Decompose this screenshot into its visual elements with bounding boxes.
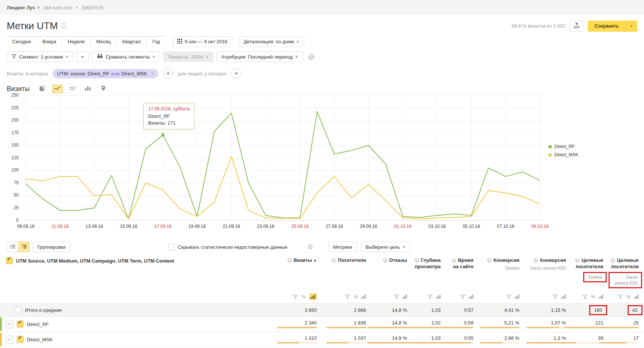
line-chart[interactable]: 0255075100125150175200225250 09.09.1611.…	[0, 95, 644, 233]
metrics-button[interactable]: Метрики	[328, 242, 357, 252]
help-icon[interactable]: ?	[287, 258, 292, 263]
line-chart-button[interactable]	[52, 85, 63, 93]
column-label: Целевые посетители	[576, 257, 603, 269]
groupings-button[interactable]: Группировки	[32, 242, 71, 252]
bars-mode-icon[interactable]	[515, 295, 519, 299]
detail-label: Детализация: по дням	[244, 39, 294, 44]
settings-gear-icon[interactable]: ⚙	[307, 243, 313, 251]
accuracy-button[interactable]: Точность: 100% ∨	[163, 51, 213, 62]
filter-funnel-icon[interactable]	[506, 295, 511, 299]
bars-mode-icon[interactable]	[436, 295, 441, 299]
column-header[interactable]: ?Отказы	[371, 257, 412, 264]
y-tick-label: 150	[11, 142, 19, 148]
clear-segment-button[interactable]: ×	[76, 51, 89, 62]
bars-mode-icon[interactable]	[562, 295, 566, 299]
row-checkbox[interactable]: ✓	[17, 336, 24, 343]
table-section: Группировки Скрывать статистически недос…	[0, 242, 644, 347]
add-people-condition-button[interactable]: +	[231, 68, 241, 79]
filter-funnel-icon[interactable]	[618, 295, 623, 299]
save-split-button: Сохранить ∨	[588, 21, 637, 32]
expand-button[interactable]: +	[6, 336, 13, 344]
bars-mode-icon[interactable]	[634, 295, 639, 299]
period-tab-Месяц[interactable]: Месяц	[91, 37, 117, 47]
pie-chart-button[interactable]	[37, 85, 47, 93]
help-icon[interactable]: ?	[610, 258, 615, 263]
column-header[interactable]: ?Время на сайте	[446, 257, 479, 270]
column-header[interactable]: ?Посетители	[322, 257, 371, 264]
filter-funnel-icon[interactable]	[345, 295, 350, 299]
filter-funnel-icon[interactable]	[428, 295, 432, 299]
column-header[interactable]: ?Глубина просмотра	[412, 257, 446, 270]
period-tab-Неделя[interactable]: Неделя	[62, 37, 91, 47]
period-tab-Сегодня[interactable]: Сегодня	[7, 37, 37, 47]
counter-switcher[interactable]: Лендинг Луч ∨	[7, 5, 40, 10]
row-label[interactable]: Direct_RF	[27, 322, 49, 327]
map-button[interactable]	[98, 85, 109, 93]
bars-mode-icon[interactable]	[599, 295, 603, 299]
expand-button[interactable]: +	[6, 320, 13, 328]
help-icon[interactable]: ?	[487, 258, 492, 263]
period-tab-Вчера[interactable]: Вчера	[37, 37, 62, 47]
grouping-checkbox[interactable]: ✓	[6, 257, 13, 264]
percent-mode-icon[interactable]: %	[354, 294, 358, 300]
column-header[interactable]: ?КонверсияЗаявка	[479, 257, 525, 271]
detail-button[interactable]: Детализация: по дням ∨	[239, 37, 304, 47]
column-header[interactable]: ?КонверсияЗаказ звонка КБК	[525, 257, 571, 271]
series-line-Direct_MSK[interactable]	[26, 157, 540, 219]
save-dropdown-button[interactable]: ∨	[625, 21, 637, 32]
chevron-down-icon: ∨	[297, 40, 299, 44]
help-icon[interactable]: ?	[451, 258, 456, 263]
bars-mode-icon[interactable]	[469, 295, 473, 299]
add-visits-condition-button[interactable]: +	[163, 68, 173, 79]
percent-mode-icon[interactable]: %	[626, 294, 631, 300]
list-view-button[interactable]	[7, 242, 18, 252]
row-checkbox[interactable]: ✓	[17, 321, 24, 327]
area-chart-button[interactable]	[68, 85, 78, 93]
help-icon[interactable]: ?	[383, 258, 388, 263]
map-pin-icon	[101, 85, 106, 93]
row-label[interactable]: Direct_MSK	[27, 337, 53, 342]
tree-view-button[interactable]	[18, 242, 29, 252]
period-tab-Год[interactable]: Год	[147, 37, 166, 47]
legend-item-Direct_MSK[interactable]: Direct_MSK	[548, 152, 578, 157]
bar-chart-button[interactable]	[83, 85, 93, 93]
bars-mode-icon[interactable]	[309, 294, 317, 300]
filter-funnel-icon[interactable]	[460, 295, 465, 299]
column-header[interactable]: ?Визиты▼	[274, 257, 322, 264]
help-icon[interactable]: ?	[415, 258, 419, 263]
filter-funnel-icon[interactable]	[582, 295, 587, 299]
help-icon[interactable]: ?	[534, 258, 538, 263]
filter-funnel-icon[interactable]	[394, 295, 399, 299]
help-icon[interactable]: ?	[575, 258, 580, 263]
hovered-point[interactable]	[161, 133, 165, 137]
percent-mode-icon[interactable]: %	[591, 294, 595, 300]
chart-plot-area[interactable]	[24, 95, 543, 222]
compare-segments-button[interactable]: Сравнить сегменты ∨	[92, 51, 160, 62]
column-header[interactable]: ?Целевые посетителиЗаявка	[571, 257, 609, 281]
legend-item-Direct_RF[interactable]: Direct_RF	[548, 144, 578, 149]
y-tick-label: 200	[11, 117, 19, 123]
filter-funnel-icon[interactable]	[553, 295, 558, 299]
series-line-Direct_RF[interactable]	[26, 112, 540, 219]
segment-button[interactable]: Сегмент: 1 условие ∨	[7, 51, 73, 62]
help-icon[interactable]: ?	[331, 258, 336, 263]
date-range-button[interactable]: 9 сен — 9 окт 2016	[172, 37, 232, 47]
bars-mode-icon[interactable]	[362, 295, 366, 299]
export-button[interactable]	[570, 21, 583, 32]
remove-filter-icon[interactable]: ×	[151, 71, 154, 76]
totals-checkbox[interactable]	[15, 307, 21, 313]
filter-funnel-icon[interactable]	[293, 295, 298, 299]
bars-mode-icon[interactable]	[403, 295, 407, 299]
save-button[interactable]: Сохранить	[588, 21, 625, 32]
percent-mode-icon[interactable]: %	[301, 294, 306, 300]
help-icon[interactable]: ?	[308, 54, 315, 60]
period-tab-Квартал[interactable]: Квартал	[117, 37, 147, 47]
bookmark-icon[interactable]	[62, 23, 66, 29]
attribution-button[interactable]: Атрибуция: Последний переход ∨	[216, 51, 303, 62]
value-bar	[564, 342, 603, 344]
line-chart-icon	[54, 86, 61, 92]
column-header[interactable]: ?Целевые посетителиЗаказ звонка КБК	[609, 257, 644, 287]
hide-unreliable-checkbox[interactable]	[168, 244, 175, 250]
choose-goal-button[interactable]: Выберите цель ∨	[361, 242, 410, 252]
utm-source-filter-chip[interactable]: UTM: source: Direct_RF или Direct_MSK ×	[53, 69, 158, 78]
